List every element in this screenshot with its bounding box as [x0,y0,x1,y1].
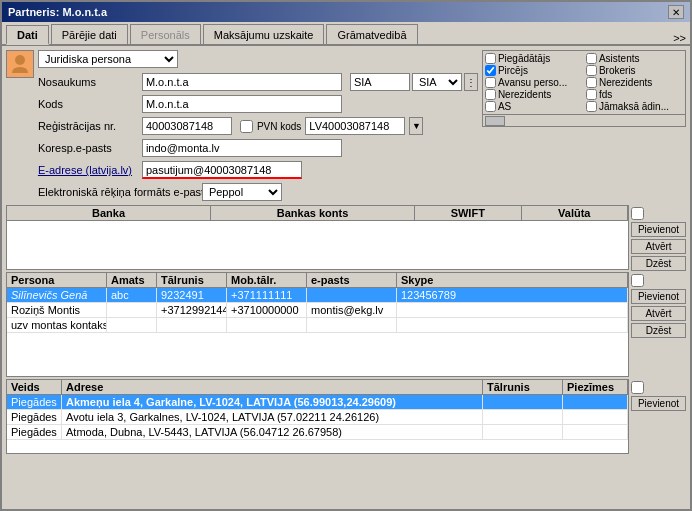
persons-header: Persona Amats Tālrunis Mob.tālr. e-pasts… [7,273,628,288]
titlebar: Partneris: M.o.n.t.a ✕ [2,2,690,22]
pvn-input[interactable] [305,117,405,135]
checkbox-fds: fds [586,89,683,100]
koresp-label: Koresp.e-pasts [38,142,138,154]
addr-col-talrunis: Tālrunis [483,380,563,394]
tabs-bar: Dati Pārējie dati Personāls Maksājumu uz… [2,22,690,46]
persons-checkbox[interactable] [631,274,644,287]
banka-col-swift: SWIFT [415,206,522,220]
persons-pievienot-btn[interactable]: Pievienot [631,289,686,304]
jamaksa-check[interactable] [586,101,597,112]
checkbox-jamaksa: Jāmaksā ādin... [586,101,683,112]
persons-atvert-btn[interactable]: Atvērt [631,306,686,321]
main-window: Partneris: M.o.n.t.a ✕ Dati Pārējie dati… [0,0,692,511]
banka-checkbox[interactable] [631,207,644,220]
tab-personals[interactable]: Personāls [130,24,201,44]
elektroniska-label: Elektroniskā rēķiņa formāts e-pastā [38,186,198,198]
persons-col-skype: Skype [397,273,628,287]
person-icon [6,50,34,78]
checkbox-scrollbar-h[interactable] [483,114,685,126]
eadrese-input[interactable] [142,161,302,179]
elektroniska-row: Elektroniskā rēķiņa formāts e-pastā Pepp… [38,182,478,202]
close-button[interactable]: ✕ [668,5,684,19]
pvn-checkbox[interactable] [240,120,253,133]
checkbox-customs: Nerezidents [586,77,683,88]
tab-gramatvediba[interactable]: Grāmatvedibā [326,24,417,44]
brokeris-check[interactable] [586,65,597,76]
svg-point-0 [15,55,25,65]
persons-col-talrunis: Tālrunis [157,273,227,287]
checkbox-nerezidents: Nerezidents [485,89,582,100]
content-area: Juridiska persona Nosaukums SIA ⋮ [2,46,690,509]
persons-row-3[interactable]: uzv montas kontaks [7,318,628,333]
ellipsis-button[interactable]: ⋮ [464,73,478,91]
persons-col-persona: Persona [7,273,107,287]
as-check[interactable] [485,101,496,112]
scroll-thumb-h[interactable] [485,116,505,126]
fds-check[interactable] [586,89,597,100]
peppol-select[interactable]: Peppol [202,183,282,201]
customs-label: Nerezidents [599,77,652,88]
tab-dati[interactable]: Dati [6,25,49,45]
banka-col-konts: Bankas konts [211,206,415,220]
checkbox-avansu: Avansu perso... [485,77,582,88]
registracijas-input[interactable] [142,117,232,135]
addr-row-3[interactable]: Piegādes Atmoda, Dubna, LV-5443, LATVIJA… [7,425,628,440]
eadrese-label: E-adrese (latvija.lv) [38,164,138,176]
avansu-check[interactable] [485,77,496,88]
persons-row-2[interactable]: Roziņš Montis +37129921446 +3710000000 m… [7,303,628,318]
persons-dzest-btn[interactable]: Dzēst [631,323,686,338]
pircejs-check[interactable] [485,65,496,76]
registracijas-row: Reģistrācijas nr. PVN kods ▼ [38,116,478,136]
person-type-select[interactable]: Juridiska persona [38,50,178,68]
persons-row-1[interactable]: Silīnevičs Genā abc 9232491 +371111111 1… [7,288,628,303]
banka-buttons: Pievienot Atvērt Dzēst [631,205,686,270]
checkbox-brokeris: Brokeris [586,65,683,76]
banka-col-banka: Banka [7,206,211,220]
kods-input[interactable] [142,95,342,113]
banka-pievienot-btn[interactable]: Pievienot [631,222,686,237]
addr-col-piezimes: Piezīmes [563,380,628,394]
persons-buttons: Pievienot Atvērt Dzēst [631,272,686,377]
addresses-header: Veids Adrese Tālrunis Piezīmes [7,380,628,395]
addresses-buttons: Pievienot [631,379,686,454]
koresp-input[interactable] [142,139,342,157]
checkbox-asistents: Asistents [586,53,683,64]
sia-select[interactable]: SIA [412,73,462,91]
addr-row-2[interactable]: Piegādes Avotu iela 3, Garkalnes, LV-102… [7,410,628,425]
banka-atvert-btn[interactable]: Atvērt [631,239,686,254]
tab-parejie-dati[interactable]: Pārējie dati [51,24,128,44]
banka-dzest-btn[interactable]: Dzēst [631,256,686,271]
nosaukums-input[interactable] [142,73,342,91]
kods-label: Kods [38,98,138,110]
piegadatajs-check[interactable] [485,53,496,64]
nosaukums-label: Nosaukums [38,76,138,88]
persons-col-mob: Mob.tālr. [227,273,307,287]
nosaukums-row: Nosaukums SIA ⋮ [38,72,478,92]
tab-maksajumu[interactable]: Maksājumu uzskaite [203,24,325,44]
addresses-body[interactable]: Piegādes Akmeņu iela 4, Garkalne, LV-102… [7,395,628,453]
addr-col-veids: Veids [7,380,62,394]
pvn-dropdown-btn[interactable]: ▼ [409,117,423,135]
asistents-check[interactable] [586,53,597,64]
customs-check[interactable] [586,77,597,88]
banka-header: Banka Bankas konts SWIFT Valūta [7,206,628,221]
addr-pievienot-btn[interactable]: Pievienot [631,396,686,411]
nerezidents-check[interactable] [485,89,496,100]
window-title: Partneris: M.o.n.t.a [8,6,107,18]
registracijas-label: Reģistrācijas nr. [38,120,138,132]
addr-checkbox[interactable] [631,381,644,394]
persons-col-amats: Amats [107,273,157,287]
persons-body[interactable]: Silīnevičs Genā abc 9232491 +371111111 1… [7,288,628,376]
addr-col-adrese: Adrese [62,380,483,394]
checkbox-piegadatajs: Piegādātājs [485,53,582,64]
sia-input[interactable] [350,73,410,91]
kods-row: Kods [38,94,478,114]
koresp-row: Koresp.e-pasts [38,138,478,158]
checkbox-pircejs: Pircējs [485,65,582,76]
tab-arrow: >> [673,32,686,44]
banka-body[interactable] [7,221,628,269]
addr-row-1[interactable]: Piegādes Akmeņu iela 4, Garkalne, LV-102… [7,395,628,410]
pvn-label: PVN kods [257,121,301,132]
banka-col-valuta: Valūta [522,206,629,220]
checkbox-as: AS [485,101,582,112]
